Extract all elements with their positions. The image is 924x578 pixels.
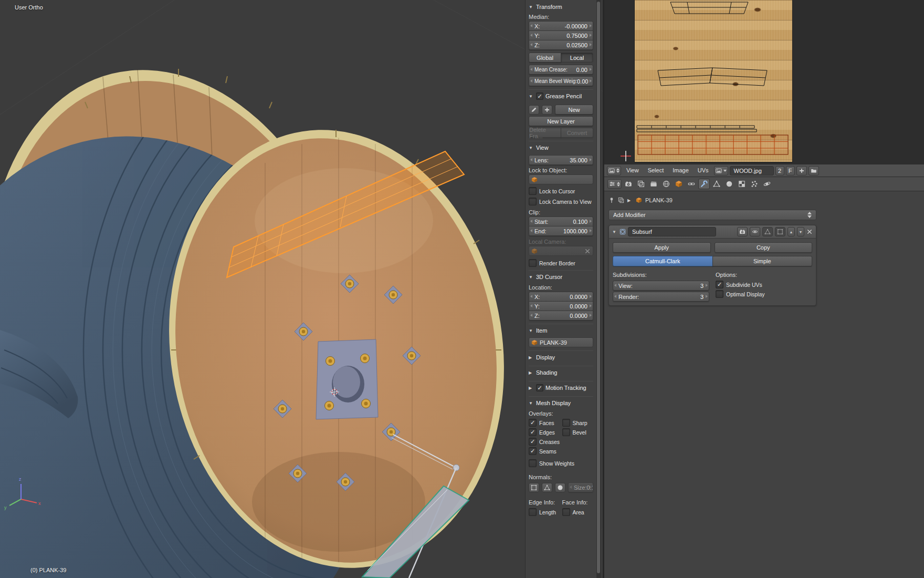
clear-icon[interactable] <box>584 248 591 254</box>
tab-render-layers[interactable] <box>635 179 647 189</box>
bevel-checkbox[interactable] <box>562 428 570 436</box>
apply-button[interactable]: Apply <box>613 242 711 253</box>
grease-pencil-add-icon[interactable] <box>542 105 552 115</box>
grease-pencil-new-button[interactable]: New <box>555 105 593 115</box>
grease-pencil-section-header[interactable]: ▼Grease Pencil <box>529 91 593 101</box>
tab-render[interactable] <box>623 179 634 189</box>
subdivisions-view-field[interactable]: View:3 <box>613 281 709 291</box>
mesh-display-section-header[interactable]: ▼Mesh Display <box>529 398 593 408</box>
mean-bevel-weight-field[interactable]: Mean Bevel Weig:0.00 <box>529 76 593 86</box>
tab-world[interactable] <box>660 179 672 189</box>
tab-particles[interactable] <box>749 179 760 189</box>
lock-camera-to-view-checkbox[interactable] <box>529 198 537 205</box>
menu-view[interactable]: View <box>623 164 643 177</box>
grease-pencil-checkbox[interactable] <box>536 92 543 100</box>
delete-modifier-icon[interactable] <box>806 229 813 235</box>
toggle-render-visibility[interactable] <box>737 227 748 236</box>
global-button[interactable]: Global <box>529 53 561 63</box>
image-name-field[interactable]: WOOD.jpg <box>730 166 774 176</box>
copy-button[interactable]: Copy <box>715 242 813 253</box>
render-border-checkbox[interactable] <box>529 259 537 267</box>
subdivide-uvs-checkbox[interactable] <box>716 281 723 288</box>
tab-physics[interactable] <box>761 179 773 189</box>
browse-context-icon[interactable] <box>618 197 624 203</box>
lock-to-cursor-checkbox[interactable] <box>529 187 537 195</box>
n-panel-scrollbar[interactable] <box>596 0 601 578</box>
toggle-edit-mode-display[interactable] <box>762 227 773 236</box>
cursor-x-field[interactable]: X:0.0000 <box>529 292 593 302</box>
viewport-3d[interactable]: x y z User Ortho (0) PLANK-39 ▼Transform… <box>0 0 603 578</box>
convert-button[interactable]: Convert <box>561 128 593 138</box>
tab-modifiers[interactable] <box>698 179 710 189</box>
move-modifier-down[interactable]: ▼ <box>797 227 804 236</box>
grease-pencil-draw-icon[interactable] <box>529 105 539 115</box>
cursor-z-field[interactable]: Z:0.0000 <box>529 311 593 321</box>
add-modifier-dropdown[interactable]: Add Modifier <box>608 210 816 220</box>
item-name-field[interactable]: PLANK-39 <box>529 337 593 347</box>
tab-object[interactable] <box>673 179 685 189</box>
median-z-field[interactable]: Z:0.02500 <box>529 40 593 50</box>
menu-select[interactable]: Select <box>644 164 668 177</box>
tab-material[interactable] <box>723 179 735 189</box>
new-layer-button[interactable]: New Layer <box>529 116 593 126</box>
creases-checkbox[interactable] <box>529 438 537 446</box>
new-image-button[interactable] <box>796 166 807 176</box>
mean-crease-field[interactable]: Mean Crease:0.00 <box>529 65 593 75</box>
tab-texture[interactable] <box>736 179 748 189</box>
vertex-normals-icon[interactable] <box>529 483 539 492</box>
face-normals-icon[interactable] <box>555 483 565 492</box>
fake-user-button[interactable]: F <box>786 166 795 176</box>
transform-section-header[interactable]: ▼Transform <box>529 2 593 12</box>
delete-frame-button[interactable]: Delete Fra... <box>529 128 561 138</box>
local-button[interactable]: Local <box>561 53 593 63</box>
image-users-button[interactable]: 2 <box>775 166 784 176</box>
lens-field[interactable]: Lens:35.000 <box>529 155 593 165</box>
seams-checkbox[interactable] <box>529 447 537 455</box>
local-camera-field[interactable] <box>529 246 593 256</box>
show-weights-checkbox[interactable] <box>529 459 537 467</box>
optimal-display-checkbox[interactable] <box>716 290 723 298</box>
menu-image[interactable]: Image <box>669 164 692 177</box>
scrollbar-thumb[interactable] <box>597 2 600 573</box>
editor-type-selector[interactable] <box>607 179 622 189</box>
modifier-header[interactable]: ▼ Subsurf ▲ ▼ <box>609 225 816 239</box>
modifier-name-field[interactable]: Subsurf <box>628 227 716 236</box>
area-checkbox[interactable] <box>562 508 570 516</box>
loop-normals-icon[interactable] <box>542 483 552 492</box>
move-modifier-up[interactable]: ▲ <box>788 227 795 236</box>
clip-start-field[interactable]: Start:0.100 <box>529 216 593 226</box>
median-x-field[interactable]: X:-0.00000 <box>529 21 593 31</box>
hub-plate[interactable] <box>316 339 378 419</box>
collapse-arrow-icon[interactable]: ▼ <box>612 230 617 234</box>
item-section-header[interactable]: ▼Item <box>529 325 593 336</box>
faces-checkbox[interactable] <box>529 419 537 427</box>
uv-image-editor-canvas[interactable] <box>604 0 924 164</box>
median-y-field[interactable]: Y:0.75000 <box>529 30 593 40</box>
simple-button[interactable]: Simple <box>712 256 813 266</box>
normals-size-field[interactable]: Size:0.10 <box>568 482 593 492</box>
menu-uvs[interactable]: UVs <box>694 164 712 177</box>
motion-tracking-section-header[interactable]: ▶Motion Tracking <box>529 383 593 393</box>
display-section-header[interactable]: ▶Display <box>529 352 593 363</box>
subdivisions-render-field[interactable]: Render:3 <box>613 292 709 302</box>
motion-tracking-checkbox[interactable] <box>536 384 543 391</box>
sharp-checkbox[interactable] <box>562 419 570 427</box>
editor-type-selector[interactable] <box>607 166 621 176</box>
uv-image-wood[interactable] <box>635 0 792 162</box>
view-section-header[interactable]: ▼View <box>529 142 593 153</box>
lock-to-object-field[interactable] <box>529 174 593 184</box>
tab-object-data[interactable] <box>711 179 722 189</box>
shading-section-header[interactable]: ▶Shading <box>529 367 593 378</box>
edges-checkbox[interactable] <box>529 428 537 436</box>
cursor-section-header[interactable]: ▼3D Cursor <box>529 272 593 282</box>
clip-end-field[interactable]: End:1000.000 <box>529 226 593 236</box>
pin-icon[interactable] <box>608 197 615 203</box>
viewport-3d-canvas[interactable]: x y z <box>0 0 603 578</box>
catmull-clark-button[interactable]: Catmull-Clark <box>613 256 713 266</box>
cursor-y-field[interactable]: Y:0.0000 <box>529 301 593 311</box>
length-checkbox[interactable] <box>529 508 537 516</box>
tab-constraints[interactable] <box>686 179 697 189</box>
toggle-cage-display[interactable] <box>775 227 785 236</box>
toggle-viewport-visibility[interactable] <box>750 227 760 236</box>
uv-2d-cursor[interactable] <box>619 149 633 163</box>
